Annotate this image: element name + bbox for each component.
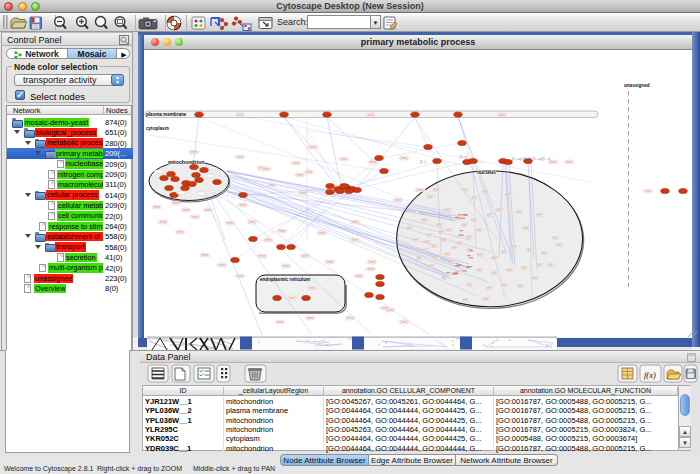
svg-text:endoplasmic reticulum: endoplasmic reticulum [260, 277, 310, 282]
svg-text:mitochondrion: mitochondrion [168, 159, 204, 165]
svg-text:.......: ....... [478, 160, 484, 164]
svg-text:nucleus: nucleus [477, 169, 496, 175]
svg-text:plasma membrane: plasma membrane [146, 112, 187, 117]
svg-text:.....: ..... [445, 160, 449, 164]
svg-text:[C...us]..[C..n]...[C...us][C.: [C...us]..[C..n]...[C...us][C...s] [512, 157, 550, 161]
svg-text:cytoplasm: cytoplasm [146, 126, 169, 131]
svg-text:unassigned: unassigned [624, 83, 650, 88]
svg-text:f(x): f(x) [644, 370, 656, 380]
svg-text:[C..s]: [C..s] [460, 155, 467, 159]
svg-text:[C..]: [C..] [420, 160, 426, 164]
